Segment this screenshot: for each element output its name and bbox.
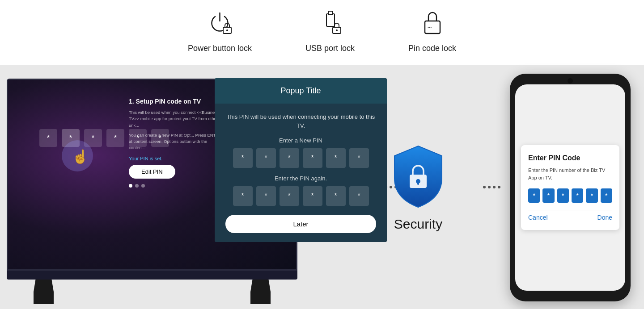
- phone-container: Enter PIN Code Enter the PIN number of t…: [510, 74, 631, 301]
- pin-code-lock-label: Pin code lock: [408, 44, 456, 53]
- tv-desc1: This will be used when you connect <<Bus…: [129, 109, 223, 129]
- top-features-bar: Power button lock USB port lock *: [0, 0, 644, 65]
- pin-dialog-actions: Cancel Done: [528, 210, 612, 221]
- pagination-dots: [129, 184, 223, 188]
- power-button-lock-feature: Power button lock: [188, 7, 252, 53]
- popup-body: This PIN will be used when connecting yo…: [215, 104, 387, 242]
- connector-dots-right: [483, 186, 500, 188]
- tv-step-title: 1. Setup PIN code on TV: [129, 98, 223, 105]
- phone-screen: Enter PIN Code Enter the PIN number of t…: [515, 84, 625, 291]
- pin-lock-icon: ***: [417, 7, 448, 38]
- security-label: Security: [394, 217, 442, 232]
- phone-frame: Enter PIN Code Enter the PIN number of t…: [510, 74, 631, 301]
- bottom-section: * * * * * * ☝: [0, 65, 644, 309]
- confirm-pin-input-row: * * * * * *: [225, 186, 376, 206]
- usb-port-lock-feature: USB port lock: [305, 7, 355, 53]
- security-section: Security: [389, 142, 447, 232]
- pin-code-lock-feature: *** Pin code lock: [408, 7, 456, 53]
- svg-point-6: [336, 29, 338, 31]
- pagination-dot-1: [129, 184, 132, 188]
- pin-dialog-input-row: * * * * * *: [528, 188, 612, 203]
- tv-stands: [7, 280, 297, 304]
- edit-pin-button[interactable]: Edit PIN: [129, 165, 175, 179]
- svg-text:***: ***: [428, 26, 432, 30]
- pin-dialog-title: Enter PIN Code: [528, 154, 612, 162]
- svg-text:☝: ☝: [72, 149, 89, 165]
- later-button[interactable]: Later: [225, 215, 376, 233]
- tv-stand-right: [250, 280, 271, 304]
- tv-text-content: 1. Setup PIN code on TV This will be use…: [129, 98, 223, 188]
- done-button[interactable]: Done: [597, 214, 612, 221]
- popup-title: Popup Title: [280, 86, 321, 95]
- svg-rect-4: [328, 11, 333, 15]
- pin-dialog-description: Enter the PIN number of the Biz TV App o…: [528, 167, 612, 181]
- tv-bottom-bar: [7, 271, 297, 280]
- enter-pin-dialog: Enter PIN Code Enter the PIN number of t…: [521, 145, 619, 230]
- phone-notch: [568, 78, 573, 84]
- pin-set-text: Your PIN is set.: [129, 156, 223, 161]
- enter-new-pin-label: Enter a New PIN: [225, 137, 376, 144]
- finger-pointer-icon: ☝: [59, 138, 95, 175]
- pagination-dot-2: [135, 184, 139, 188]
- usb-lock-icon: [314, 7, 346, 38]
- new-pin-input-row: * * * * * *: [225, 148, 376, 168]
- popup-description: This PIN will be used when connecting yo…: [225, 113, 376, 130]
- tv-desc2: You can create a new PIN at Opt... Press…: [129, 132, 223, 151]
- svg-rect-13: [417, 181, 419, 185]
- pin-setup-popup: Popup Title This PIN will be used when c…: [215, 78, 387, 242]
- power-button-lock-label: Power button lock: [188, 44, 252, 53]
- usb-port-lock-label: USB port lock: [305, 44, 355, 53]
- power-lock-icon: [204, 7, 235, 38]
- security-shield-icon: [389, 142, 447, 209]
- tv-stand-left: [34, 280, 54, 304]
- cancel-button[interactable]: Cancel: [528, 214, 548, 221]
- enter-pin-again-label: Enter the PIN again.: [225, 175, 376, 182]
- popup-header: Popup Title: [215, 78, 387, 104]
- pagination-dot-3: [141, 184, 145, 188]
- svg-rect-3: [326, 14, 335, 26]
- svg-point-2: [226, 29, 228, 31]
